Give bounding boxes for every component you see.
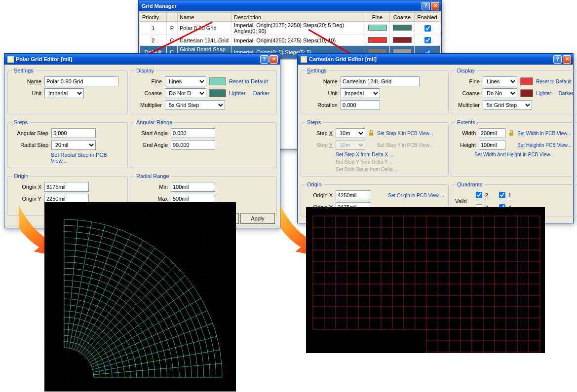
svg-rect-2150 bbox=[544, 258, 544, 259]
multiplier-select[interactable]: 5x Grid Step bbox=[165, 100, 225, 110]
end-angle-input[interactable] bbox=[171, 140, 215, 150]
svg-rect-34 bbox=[205, 205, 206, 206]
set-width-height-link[interactable]: Set Width And Height in PCB View... bbox=[474, 152, 554, 157]
quadrant-1-checkbox[interactable]: 1 bbox=[497, 190, 511, 200]
fine-color-swatch[interactable] bbox=[209, 77, 226, 85]
svg-rect-1135 bbox=[57, 348, 58, 349]
multiplier-select[interactable]: 5x Grid Step bbox=[483, 100, 532, 110]
lighter-link[interactable]: Lighter bbox=[536, 91, 551, 96]
svg-rect-2513 bbox=[477, 289, 478, 290]
svg-rect-3205 bbox=[433, 347, 433, 348]
darker-link[interactable]: Darker bbox=[253, 90, 269, 96]
svg-rect-1404 bbox=[230, 378, 231, 378]
help-button[interactable]: ? bbox=[553, 55, 562, 64]
width-input[interactable] bbox=[479, 128, 505, 138]
svg-rect-1546 bbox=[500, 210, 500, 210]
svg-rect-2647 bbox=[353, 303, 353, 303]
angular-step-input[interactable] bbox=[51, 128, 96, 138]
close-button[interactable]: ✕ bbox=[563, 55, 571, 64]
svg-rect-1650 bbox=[482, 218, 482, 219]
svg-rect-2397 bbox=[442, 281, 442, 281]
svg-rect-1918 bbox=[473, 241, 473, 241]
lighter-link[interactable]: Lighter bbox=[229, 90, 246, 96]
svg-rect-3236 bbox=[331, 352, 331, 352]
svg-rect-2902 bbox=[526, 321, 527, 321]
svg-rect-604 bbox=[131, 279, 132, 280]
column-coarse[interactable]: Coarse bbox=[390, 13, 415, 22]
svg-rect-194 bbox=[225, 225, 226, 225]
svg-rect-1866 bbox=[482, 236, 482, 237]
lock-icon[interactable] bbox=[508, 130, 514, 137]
step-x-select[interactable]: 10mil bbox=[336, 128, 365, 138]
radial-min-input[interactable] bbox=[171, 182, 215, 192]
fine-color-swatch[interactable] bbox=[520, 77, 533, 85]
svg-rect-364 bbox=[102, 249, 102, 250]
lock-icon[interactable] bbox=[368, 130, 374, 137]
name-input[interactable] bbox=[341, 76, 420, 86]
unit-select[interactable]: Imperial bbox=[44, 88, 84, 98]
column-enabled[interactable]: Enabled bbox=[415, 13, 440, 22]
svg-rect-2941 bbox=[460, 325, 460, 325]
unit-select[interactable]: Imperial bbox=[341, 88, 380, 98]
reset-default-link[interactable]: Reset to Default bbox=[536, 79, 572, 84]
radial-step-select[interactable]: 20mil bbox=[51, 140, 96, 150]
enabled-checkbox[interactable] bbox=[424, 37, 431, 43]
svg-rect-948 bbox=[97, 323, 97, 324]
svg-rect-2109 bbox=[362, 258, 362, 259]
column-fine[interactable]: Fine bbox=[365, 13, 390, 22]
svg-rect-318 bbox=[67, 245, 68, 245]
set-origin-link[interactable]: Set Origin in PCB View ... bbox=[388, 193, 444, 198]
svg-rect-1134 bbox=[52, 348, 53, 349]
set-height-link[interactable]: Set Heightin PCB View... bbox=[517, 143, 572, 148]
svg-rect-305 bbox=[195, 240, 196, 240]
svg-rect-2131 bbox=[460, 258, 460, 259]
svg-rect-1438 bbox=[205, 383, 206, 383]
reset-default-link[interactable]: Reset to Default bbox=[229, 78, 268, 84]
fine-select[interactable]: Lines bbox=[483, 76, 517, 86]
height-input[interactable] bbox=[479, 140, 505, 150]
svg-rect-1212 bbox=[52, 358, 53, 358]
svg-rect-1008 bbox=[200, 328, 201, 329]
fine-select[interactable]: Lines bbox=[165, 76, 206, 86]
svg-rect-2872 bbox=[393, 321, 393, 321]
close-button[interactable]: ✕ bbox=[431, 2, 439, 10]
help-button[interactable]: ? bbox=[422, 2, 430, 10]
coarse-color-swatch[interactable] bbox=[520, 89, 533, 97]
enabled-checkbox[interactable] bbox=[424, 25, 431, 32]
darker-link[interactable]: Darker bbox=[559, 91, 574, 96]
svg-rect-171 bbox=[112, 225, 112, 225]
svg-rect-2564 bbox=[464, 294, 464, 294]
svg-rect-395 bbox=[62, 254, 63, 255]
svg-rect-2261 bbox=[317, 272, 318, 272]
origin-x-input[interactable] bbox=[44, 182, 89, 192]
start-angle-input[interactable] bbox=[171, 128, 215, 138]
svg-rect-3093 bbox=[415, 338, 416, 339]
svg-rect-1277 bbox=[181, 363, 181, 363]
set-radial-step-link[interactable]: Set Radial Step in PCB View... bbox=[51, 152, 123, 164]
coarse-select[interactable]: Do Not Draw bbox=[165, 88, 206, 98]
close-button[interactable]: ✕ bbox=[269, 55, 278, 64]
quadrant-2-checkbox[interactable]: 2 bbox=[474, 190, 488, 200]
svg-rect-2550 bbox=[402, 294, 402, 294]
name-input[interactable] bbox=[44, 76, 118, 86]
svg-rect-686 bbox=[151, 289, 152, 289]
svg-rect-2681 bbox=[504, 303, 504, 303]
help-button[interactable]: ? bbox=[260, 55, 269, 64]
svg-rect-2566 bbox=[473, 294, 473, 294]
step-x-from-delta-link[interactable]: Set Step X from Delta X ... bbox=[336, 152, 393, 157]
set-width-link[interactable]: Set Width in PCB View... bbox=[517, 131, 571, 136]
svg-rect-2608 bbox=[420, 298, 420, 299]
origin-x-input[interactable] bbox=[336, 190, 371, 200]
svg-rect-505 bbox=[220, 264, 221, 265]
apply-button[interactable]: Apply bbox=[240, 213, 275, 224]
svg-rect-782 bbox=[47, 304, 48, 304]
column-description[interactable]: Description bbox=[232, 13, 365, 22]
coarse-select[interactable]: Do Not Draw bbox=[483, 88, 517, 98]
svg-rect-2716 bbox=[420, 307, 420, 308]
set-step-x-link[interactable]: Set Step X in PCB View... bbox=[377, 131, 433, 136]
coarse-color-swatch[interactable] bbox=[209, 89, 226, 97]
svg-rect-3101 bbox=[451, 338, 451, 339]
svg-rect-857 bbox=[225, 309, 226, 309]
svg-rect-480 bbox=[97, 264, 97, 265]
rotation-input[interactable] bbox=[341, 100, 380, 110]
